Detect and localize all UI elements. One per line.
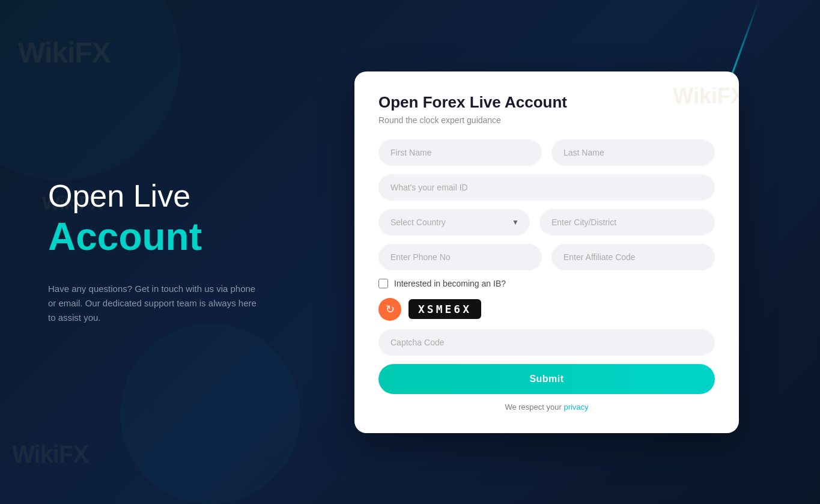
form-card: WikiFX WikiFX Open Forex Live Account Ro… (354, 71, 739, 433)
form-subtitle: Round the clock expert guidance (378, 115, 715, 125)
country-city-row: Select Country ▼ (378, 209, 715, 235)
headline-open-live: Open Live (48, 179, 300, 213)
city-input[interactable] (539, 209, 715, 235)
privacy-link[interactable]: privacy (563, 402, 588, 411)
captcha-image: XSME6X (408, 299, 481, 319)
captcha-display-row: ↻ XSME6X (378, 298, 715, 321)
first-name-input[interactable] (378, 139, 542, 166)
headline-account: Account (48, 216, 300, 258)
last-name-input[interactable] (551, 139, 715, 166)
captcha-input-row (378, 329, 715, 356)
phone-input[interactable] (378, 244, 542, 270)
privacy-text: We respect your (505, 402, 563, 411)
ib-checkbox-row: Interested in becoming an IB? (378, 279, 715, 288)
refresh-icon: ↻ (386, 303, 395, 316)
phone-affiliate-row (378, 244, 715, 270)
country-select[interactable]: Select Country (378, 209, 530, 235)
form-inner: Open Forex Live Account Round the clock … (378, 93, 715, 411)
name-row (378, 139, 715, 166)
left-description: Have any questions? Get in touch with us… (48, 282, 264, 325)
ib-label[interactable]: Interested in becoming an IB? (394, 279, 506, 288)
country-select-wrapper: Select Country ▼ (378, 209, 530, 235)
privacy-row: We respect your privacy (378, 402, 715, 411)
ib-checkbox[interactable] (378, 279, 388, 288)
captcha-refresh-button[interactable]: ↻ (378, 298, 401, 321)
captcha-input[interactable] (378, 329, 715, 356)
email-row (378, 174, 715, 201)
left-panel: Open Live Account Have any questions? Ge… (0, 143, 336, 362)
submit-button[interactable]: Submit (378, 364, 715, 394)
form-title: Open Forex Live Account (378, 93, 715, 112)
affiliate-input[interactable] (551, 244, 715, 270)
email-input[interactable] (378, 174, 715, 201)
